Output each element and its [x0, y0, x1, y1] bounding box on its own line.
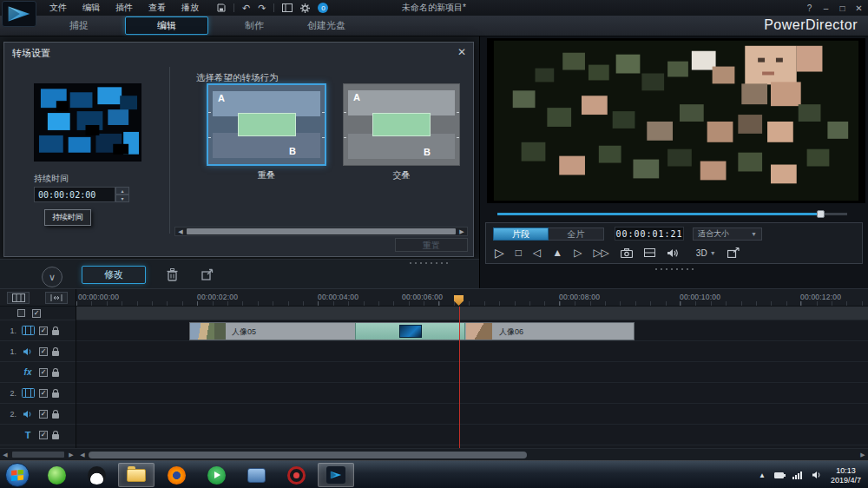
export-clip-button[interactable]: [201, 268, 214, 280]
preview-quality-button[interactable]: [644, 248, 655, 257]
minimize-button[interactable]: ‒: [821, 3, 831, 13]
maximize-button[interactable]: □: [838, 3, 847, 13]
lock-icon[interactable]: [52, 351, 59, 356]
track-lane-video2[interactable]: [76, 383, 868, 404]
scroll-right-icon[interactable]: ▶: [457, 228, 467, 235]
save-icon[interactable]: [217, 3, 226, 12]
track-select-box[interactable]: [17, 309, 25, 317]
track-header-video2[interactable]: 2. ✓: [0, 383, 76, 404]
taskbar-firefox[interactable]: [158, 463, 194, 487]
dialog-scrollbar[interactable]: ◀ ▶: [174, 227, 468, 236]
track-select-checkbox[interactable]: ✓: [32, 309, 41, 318]
undo-icon[interactable]: ↶: [242, 0, 250, 16]
track-header-audio2[interactable]: 2. ✓: [0, 404, 76, 425]
play-button[interactable]: ▷: [495, 244, 504, 261]
track-lane-audio2[interactable]: [76, 404, 868, 425]
menu-edit[interactable]: 编辑: [75, 0, 108, 16]
track-enable-checkbox[interactable]: ✓: [39, 326, 48, 335]
track-enable-checkbox[interactable]: ✓: [39, 410, 48, 419]
previous-frame-button[interactable]: ◁: [533, 244, 541, 261]
video-clip-group[interactable]: 人像05 人像06: [189, 322, 635, 340]
modify-button[interactable]: 修改: [82, 266, 146, 284]
transition-option-overlap[interactable]: A B: [207, 83, 326, 166]
panel-splitter-handle[interactable]: [408, 261, 450, 265]
snapshot-button[interactable]: [621, 248, 633, 258]
tab-capture[interactable]: 捕捉: [62, 17, 95, 34]
track-enable-checkbox[interactable]: ✓: [39, 389, 48, 398]
duration-input[interactable]: [34, 187, 115, 202]
scroll-right-icon[interactable]: ▶: [66, 452, 76, 458]
collapse-library-button[interactable]: ∨: [42, 267, 62, 287]
taskbar-computer[interactable]: [238, 463, 274, 487]
delete-clip-button[interactable]: [167, 268, 178, 281]
track-enable-checkbox[interactable]: ✓: [39, 368, 48, 377]
scrollbar-thumb[interactable]: [187, 228, 456, 234]
scroll-left-icon[interactable]: ◀: [175, 228, 186, 235]
track-header-title[interactable]: T ✓: [0, 425, 76, 445]
redo-icon[interactable]: ↷: [258, 0, 266, 16]
lock-icon[interactable]: [52, 413, 59, 419]
taskbar-explorer[interactable]: [118, 463, 155, 487]
reset-button[interactable]: 重置: [395, 238, 468, 252]
layout-panel-icon[interactable]: [282, 3, 293, 12]
spinner-down-icon[interactable]: ▾: [115, 195, 129, 202]
scrollbar-thumb[interactable]: [12, 452, 64, 458]
menu-play[interactable]: 播放: [174, 0, 207, 16]
start-button[interactable]: [5, 463, 30, 487]
clip-mode-button[interactable]: 片段: [493, 228, 549, 241]
track-enable-checkbox[interactable]: ✓: [39, 431, 48, 439]
taskbar-browser-360[interactable]: [38, 463, 75, 487]
track-header-fx[interactable]: fx ✓: [0, 362, 76, 383]
battery-icon[interactable]: [774, 472, 784, 478]
transition-option-cross[interactable]: A B: [343, 83, 460, 166]
volume-button[interactable]: [667, 248, 678, 258]
spinner-up-icon[interactable]: ▴: [115, 187, 129, 195]
menu-file[interactable]: 文件: [42, 0, 75, 16]
scroll-left-icon[interactable]: ◀: [0, 452, 10, 458]
fullscreen-button[interactable]: [727, 247, 740, 258]
timeline-scrollbar[interactable]: ◀ ▶: [76, 448, 868, 460]
marker-button[interactable]: ▲: [552, 244, 562, 261]
next-frame-button[interactable]: ▷: [574, 244, 582, 261]
lock-icon[interactable]: [52, 372, 59, 377]
track-lane-fx[interactable]: [76, 362, 868, 383]
taskbar-clock[interactable]: 10:13 2019/4/7: [831, 465, 861, 485]
preview-splitter-handle[interactable]: [654, 267, 694, 271]
transition-segment[interactable]: [355, 323, 465, 340]
scroll-left-icon[interactable]: ◀: [77, 452, 88, 458]
tab-create-disc[interactable]: 创建光盘: [300, 17, 352, 34]
3d-mode-dropdown[interactable]: 3D ▼: [696, 248, 716, 258]
taskbar-qq[interactable]: [78, 463, 115, 487]
taskbar-recorder[interactable]: [278, 463, 314, 487]
lock-icon[interactable]: [52, 392, 59, 398]
preview-seek-slider[interactable]: [497, 210, 847, 218]
tab-edit[interactable]: 编辑: [125, 16, 208, 35]
network-icon[interactable]: [792, 471, 803, 479]
track-header-audio1[interactable]: 1. ✓: [0, 341, 76, 362]
fast-forward-button[interactable]: ▷▷: [593, 244, 608, 261]
volume-tray-icon[interactable]: [812, 471, 822, 479]
track-lane-audio1[interactable]: [76, 341, 868, 362]
tray-expand-icon[interactable]: ▲: [759, 472, 766, 479]
track-header-video1[interactable]: 1. ✓: [0, 320, 76, 341]
dialog-close-icon[interactable]: ✕: [457, 46, 466, 58]
taskbar-media-app[interactable]: [198, 463, 234, 487]
viewer-zoom-dropdown[interactable]: 适合大小 ▼: [693, 228, 762, 241]
movie-mode-button[interactable]: 全片: [549, 228, 604, 241]
timeline-ruler[interactable]: 00:00:00:00 00:00:02:00 00:00:04:00 00:0…: [76, 289, 868, 307]
fit-timeline-button[interactable]: [45, 292, 68, 304]
seek-knob[interactable]: [817, 210, 825, 218]
close-button[interactable]: ✕: [854, 3, 864, 13]
scroll-right-icon[interactable]: ▶: [858, 452, 868, 458]
stop-button[interactable]: □: [516, 244, 522, 261]
menu-plugins[interactable]: 插件: [108, 0, 141, 16]
help-button[interactable]: ?: [805, 3, 814, 13]
timeline-tracks-area[interactable]: 人像05 人像06: [76, 307, 868, 448]
header-scrollbar[interactable]: ◀ ▶: [0, 448, 76, 460]
track-manager-button[interactable]: [7, 292, 30, 304]
lock-icon[interactable]: [52, 330, 59, 335]
track-enable-checkbox[interactable]: ✓: [39, 347, 48, 356]
scrollbar-thumb[interactable]: [89, 452, 527, 458]
lock-icon[interactable]: [52, 434, 59, 439]
taskbar-powerdirector[interactable]: [318, 463, 354, 487]
